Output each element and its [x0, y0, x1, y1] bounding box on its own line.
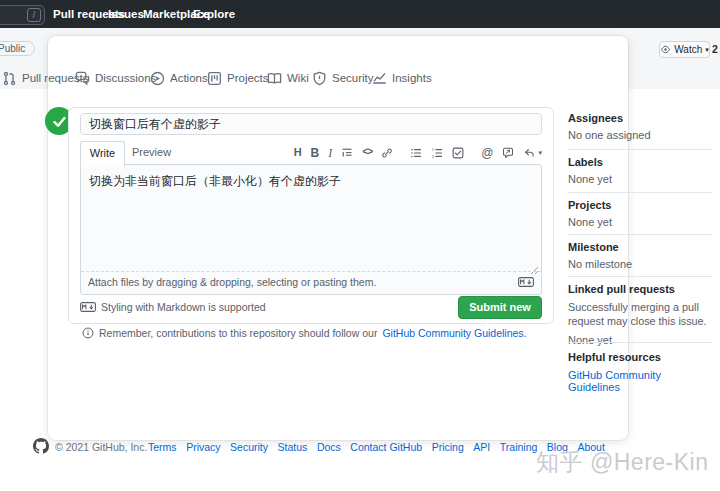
- markdown-icon: [80, 302, 96, 312]
- repo-tab-insights[interactable]: Insights: [372, 67, 432, 89]
- markdown-supported-link[interactable]: Styling with Markdown is supported: [80, 301, 266, 313]
- project-board-icon: [207, 71, 222, 86]
- global-search-input[interactable]: /: [0, 5, 45, 25]
- quote-icon[interactable]: [341, 147, 353, 159]
- footer-link-training[interactable]: Training: [500, 441, 538, 453]
- github-logo-icon[interactable]: [33, 438, 49, 454]
- comment-box: 切换为非当前窗口后（非最小化）有个虚的影子 Attach files by dr…: [80, 164, 542, 295]
- markdown-hint-label: Styling with Markdown is supported: [101, 301, 266, 313]
- watch-count[interactable]: 2: [712, 43, 720, 55]
- contribution-note: Remember, contributions to this reposito…: [82, 327, 527, 339]
- milestone-title: Milestone: [568, 241, 632, 253]
- link-icon[interactable]: [381, 147, 393, 159]
- footer-copyright: © 2021 GitHub, Inc.: [55, 441, 147, 453]
- comment-discussion-icon: [75, 71, 90, 86]
- sidebar-section-assignees: Assignees No one assigned: [568, 112, 651, 141]
- header-nav-explore[interactable]: Explore: [193, 8, 235, 20]
- sidebar-section-resources: Helpful resources GitHub Community Guide…: [568, 351, 712, 393]
- unordered-list-icon[interactable]: [410, 147, 422, 159]
- footer-link-status[interactable]: Status: [278, 441, 308, 453]
- sidebar-section-linked-prs: Linked pull requests Successfully mergin…: [568, 283, 712, 346]
- repo-tab-wiki[interactable]: Wiki: [267, 67, 309, 89]
- footer-link-contact[interactable]: Contact GitHub: [350, 441, 422, 453]
- issue-form-container: Write Preview H B I <>: [68, 107, 554, 324]
- note-text: Remember, contributions to this reposito…: [99, 327, 377, 339]
- code-icon[interactable]: <>: [362, 148, 372, 158]
- assignees-title: Assignees: [568, 112, 651, 124]
- footer-link-api[interactable]: API: [473, 441, 490, 453]
- play-circle-icon: [150, 71, 165, 86]
- footer-link-privacy[interactable]: Privacy: [186, 441, 220, 453]
- watch-label: Watch: [674, 44, 702, 55]
- bold-icon[interactable]: B: [311, 147, 320, 159]
- search-shortcut-hint: /: [27, 8, 41, 22]
- footer-link-terms[interactable]: Terms: [148, 441, 177, 453]
- editor-toolbar: H B I <>: [294, 141, 542, 164]
- footer-link-pricing[interactable]: Pricing: [432, 441, 464, 453]
- repo-tab-security[interactable]: Security: [312, 67, 374, 89]
- resources-title: Helpful resources: [568, 351, 712, 363]
- resources-guidelines-link[interactable]: GitHub Community Guidelines: [568, 369, 712, 393]
- tab-write[interactable]: Write: [80, 141, 125, 167]
- issue-body-textarea[interactable]: 切换为非当前窗口后（非最小化）有个虚的影子: [81, 165, 541, 271]
- markdown-submit-row: Styling with Markdown is supported Submi…: [80, 296, 542, 318]
- comment-editor: Write Preview H B I <>: [80, 141, 542, 294]
- community-guidelines-link[interactable]: GitHub Community Guidelines.: [382, 327, 526, 339]
- projects-value: None yet: [568, 216, 612, 228]
- shield-icon: [312, 71, 327, 86]
- linked-prs-value: None yet: [568, 334, 712, 346]
- footer-link-docs[interactable]: Docs: [317, 441, 341, 453]
- repo-visibility-badge: Public: [0, 41, 35, 56]
- info-icon: [82, 327, 94, 339]
- git-pull-request-icon: [2, 71, 17, 86]
- caret-down-icon: ▾: [538, 149, 542, 156]
- linked-prs-title: Linked pull requests: [568, 283, 712, 295]
- svg-text:1: 1: [432, 147, 435, 152]
- assignees-value: No one assigned: [568, 129, 651, 141]
- header-nav-issues[interactable]: Issues: [108, 8, 144, 20]
- divider: [568, 149, 712, 150]
- sidebar-section-labels: Labels None yet: [568, 156, 612, 185]
- labels-title: Labels: [568, 156, 612, 168]
- divider: [568, 192, 712, 193]
- attach-hint: Attach files by dragging & dropping, sel…: [88, 276, 376, 288]
- attach-files-area[interactable]: Attach files by dragging & dropping, sel…: [81, 271, 541, 292]
- check-icon: [51, 113, 68, 130]
- linked-prs-desc: Successfully merging a pull request may …: [568, 300, 712, 329]
- repo-tab-discussions[interactable]: Discussions: [75, 67, 156, 89]
- global-header: / Pull requests Issues Marketplace Explo…: [0, 0, 720, 28]
- svg-text:2: 2: [432, 153, 435, 158]
- caret-down-icon: ▾: [705, 46, 709, 54]
- graph-icon: [372, 71, 387, 86]
- divider: [568, 342, 712, 343]
- issue-title-input[interactable]: [80, 113, 542, 135]
- divider: [568, 234, 712, 235]
- issue-form-card: Write Preview H B I <>: [48, 36, 628, 440]
- editor-header: Write Preview H B I <>: [80, 141, 542, 164]
- cross-reference-icon[interactable]: [502, 147, 514, 159]
- submit-new-issue-button[interactable]: Submit new issue: [458, 296, 542, 319]
- saved-replies-icon[interactable]: ▾: [523, 147, 542, 159]
- zhihu-watermark: 知乎 @Here-Kin: [536, 447, 709, 478]
- ordered-list-icon[interactable]: 12: [431, 147, 443, 159]
- markdown-icon: [518, 277, 534, 287]
- repo-tab-projects[interactable]: Projects: [207, 67, 269, 89]
- heading-icon[interactable]: H: [294, 147, 302, 158]
- italic-icon[interactable]: I: [328, 147, 332, 159]
- book-icon: [267, 71, 282, 86]
- eye-icon: [660, 44, 671, 55]
- mention-icon[interactable]: @: [481, 147, 493, 159]
- sidebar-section-projects: Projects None yet: [568, 199, 612, 228]
- projects-title: Projects: [568, 199, 612, 211]
- sidebar-section-milestone: Milestone No milestone: [568, 241, 632, 270]
- divider: [568, 276, 712, 277]
- footer-link-security[interactable]: Security: [230, 441, 268, 453]
- watch-button[interactable]: Watch ▾: [659, 41, 710, 58]
- tab-preview[interactable]: Preview: [132, 141, 171, 164]
- repo-tab-actions[interactable]: Actions: [150, 67, 208, 89]
- milestone-value: No milestone: [568, 258, 632, 270]
- task-list-icon[interactable]: [452, 147, 464, 159]
- labels-value: None yet: [568, 173, 612, 185]
